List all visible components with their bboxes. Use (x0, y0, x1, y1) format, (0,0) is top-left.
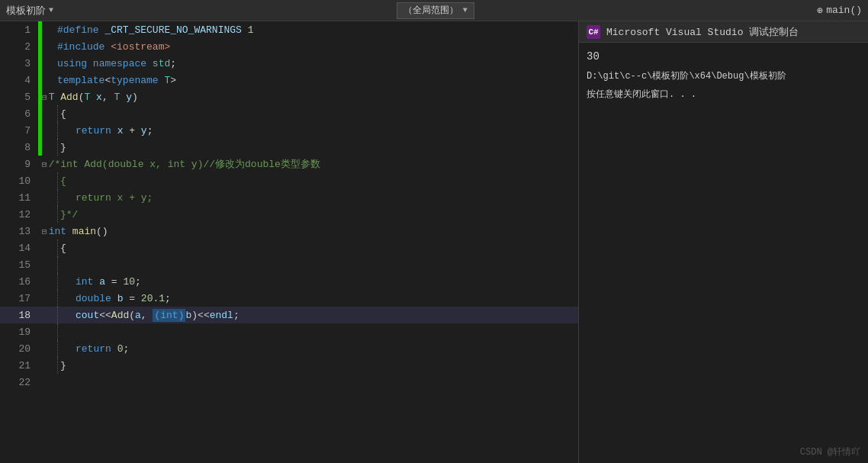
code-token: x (117, 125, 124, 137)
code-token: (int) (154, 310, 184, 321)
line-body: template < typename T > (42, 72, 578, 88)
line-number: 20 (0, 340, 38, 357)
highlighted-int: (int) (153, 309, 185, 322)
code-token: _CRT_SECURE_NO_WARNINGS (104, 24, 241, 36)
debug-output-number: 30 (587, 49, 860, 64)
line-body: { (42, 105, 578, 122)
main-icon: ⊕ (817, 5, 823, 17)
line-body: } (42, 139, 578, 156)
code-token: int (76, 276, 93, 288)
indent-guide (57, 139, 58, 156)
code-token: #include (57, 41, 104, 53)
dropdown-arrow-left[interactable]: ▼ (49, 6, 53, 14)
scope-dropdown[interactable]: （全局范围） ▼ (397, 2, 474, 19)
indent-guide (57, 206, 58, 223)
line-body: { (42, 240, 578, 256)
line-number: 17 (0, 290, 38, 307)
line-number: 9 (0, 156, 38, 172)
line-number: 12 (0, 206, 38, 223)
code-token: y (126, 92, 132, 103)
code-token: T (84, 92, 90, 103)
line-number: 8 (0, 139, 38, 156)
code-token: 20.1 (141, 293, 165, 304)
table-row: 15 (0, 256, 578, 273)
table-row: 16 int a = 10 ; (0, 273, 578, 290)
line-body: } (42, 357, 578, 374)
code-token: return x + y; (76, 192, 153, 204)
line-body: #define _CRT_SECURE_NO_WARNINGS 1 (42, 21, 578, 38)
debug-content: 30 D:\git\c--c\模板初阶\x64\Debug\模板初阶 按任意键关… (579, 43, 868, 108)
line-number: 22 (0, 374, 38, 391)
indent-guide (57, 256, 58, 273)
fold-minus-icon[interactable]: ⊟ (42, 92, 47, 102)
code-token: cout (76, 310, 99, 321)
table-row: 21 } (0, 357, 578, 374)
line-number: 6 (0, 105, 38, 122)
line-body: return 0 ; (42, 340, 578, 357)
code-token: 0 (117, 343, 124, 355)
code-token: }*/ (60, 209, 78, 220)
code-token: Add (60, 92, 78, 103)
table-row: 9 ⊟ /*int Add(double x, int y)//修改为doubl… (0, 156, 578, 172)
code-token: endl (210, 310, 233, 321)
indent-guide (57, 290, 58, 307)
code-token: /*int Add(double x, int y)//修改为double类型参… (49, 157, 320, 171)
line-body (42, 374, 578, 391)
indent-guide (57, 357, 58, 374)
table-row: 10 { (0, 172, 578, 189)
debug-title-bar: C# Microsoft Visual Studio 调试控制台 (579, 21, 868, 43)
line-number: 1 (0, 21, 38, 38)
code-token: <iostream> (111, 41, 170, 53)
indent-guide (57, 189, 58, 206)
scope-label: （全局范围） (403, 4, 458, 17)
line-body: ⊟ /*int Add(double x, int y)//修改为double类… (42, 156, 578, 172)
line-number: 21 (0, 357, 38, 374)
fold-minus-icon[interactable]: ⊟ (42, 227, 47, 236)
table-row: 4 template < typename T > (0, 72, 578, 88)
debug-title: Microsoft Visual Studio 调试控制台 (606, 25, 799, 39)
code-token: b (117, 293, 124, 304)
code-token: b (185, 310, 191, 321)
scope-arrow: ▼ (463, 6, 468, 14)
code-token: 10 (123, 276, 135, 288)
indent-guide (57, 340, 58, 357)
indent-guide (57, 105, 58, 122)
table-row: 18 cout << Add ( a , (int) b ) << endl ; (0, 307, 578, 323)
code-token: using (57, 58, 87, 69)
line-body: ⊟ T Add ( T x , T y ) (42, 88, 578, 105)
line-number: 18 (0, 307, 38, 323)
content-area: 1 #define _CRT_SECURE_NO_WARNINGS 1 2 #i… (0, 21, 868, 463)
line-number: 10 (0, 172, 38, 189)
line-body: using namespace std ; (42, 55, 578, 72)
table-row: 6 { (0, 105, 578, 122)
code-token: int (49, 226, 66, 237)
fold-minus-icon[interactable]: ⊟ (42, 159, 47, 169)
line-body: double b = 20.1 ; (42, 290, 578, 307)
code-token: main (72, 226, 96, 237)
code-token: std (153, 58, 170, 69)
line-body: ⊟ int main () (42, 223, 578, 240)
table-row: 19 (0, 323, 578, 340)
table-row: 12 }*/ (0, 206, 578, 223)
code-token: Add (111, 310, 129, 321)
top-bar-left: 模板初阶 ▼ (6, 4, 53, 18)
table-row: 7 return x + y ; (0, 122, 578, 139)
line-number: 5 (0, 88, 38, 105)
debug-prompt: 按任意键关闭此窗口. . . (587, 87, 860, 102)
table-row: 5 ⊟ T Add ( T x , T y ) (0, 88, 578, 105)
vs-icon: C# (587, 25, 600, 39)
indent-guide (57, 240, 58, 256)
code-token: T (114, 92, 121, 103)
line-number: 16 (0, 273, 38, 290)
table-row: 3 using namespace std ; (0, 55, 578, 72)
code-token: x (96, 92, 102, 103)
table-row: 13 ⊟ int main () (0, 223, 578, 240)
code-token: a (99, 276, 105, 288)
debug-path: D:\git\c--c\模板初阶\x64\Debug\模板初阶 (587, 69, 860, 84)
line-number: 13 (0, 223, 38, 240)
code-editor: 1 #define _CRT_SECURE_NO_WARNINGS 1 2 #i… (0, 21, 578, 463)
line-body: { (42, 172, 578, 189)
table-row: 11 return x + y; (0, 189, 578, 206)
debug-panel: C# Microsoft Visual Studio 调试控制台 30 D:\g… (578, 21, 868, 463)
top-bar-right: ⊕ main() (817, 5, 862, 17)
